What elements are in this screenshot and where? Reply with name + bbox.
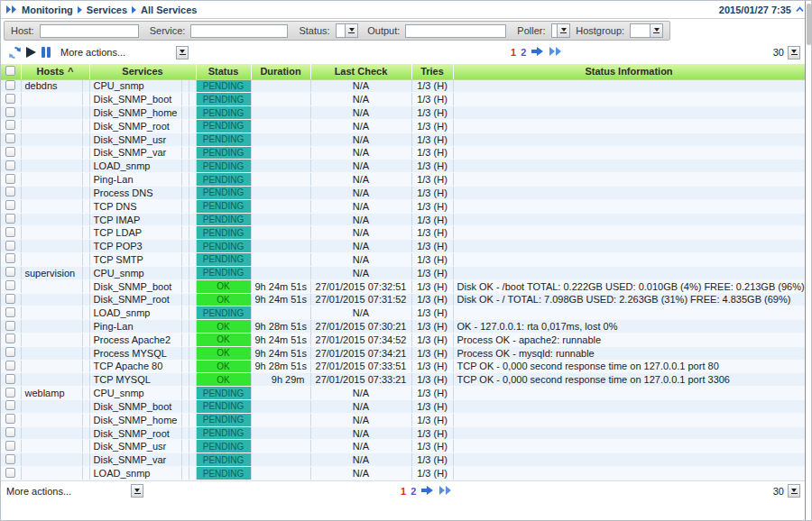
service-name-cell[interactable]: TCP DNS [89,199,181,213]
column-header-services[interactable]: Services [89,64,196,79]
row-checkbox[interactable] [5,267,15,277]
service-name-cell[interactable]: Disk_SNMP_root [89,119,181,133]
chevron-up-icon[interactable] [796,6,804,13]
row-checkbox[interactable] [5,160,15,170]
service-name-cell[interactable]: TCP Apache 80 [89,360,181,373]
scrollbar-thumb[interactable] [807,4,811,45]
output-filter-input[interactable] [405,24,506,38]
service-name-cell[interactable]: Disk_SNMP_boot [89,400,181,414]
column-header-last-check[interactable]: Last Check [310,64,411,79]
service-name-cell[interactable]: TCP POP3 [89,240,181,253]
service-name-cell[interactable]: Disk_SNMP_usr [89,440,181,453]
row-checkbox[interactable] [5,80,15,90]
service-name-cell[interactable]: Disk_SNMP_var [89,146,181,160]
more-actions-select[interactable]: More actions... [60,46,189,59]
row-checkbox[interactable] [5,94,15,104]
host-name-cell[interactable]: weblamp [21,387,82,400]
service-name-cell[interactable]: TCP LDAP [89,226,181,240]
row-checkbox[interactable] [5,120,15,130]
row-checkbox[interactable] [5,253,15,263]
column-header-status-information[interactable]: Status Information [453,64,805,79]
row-checkbox[interactable] [5,174,15,184]
page-size-select-top[interactable]: 30 [773,46,800,59]
host-name-cell [21,413,82,426]
row-checkbox[interactable] [5,454,15,464]
row-checkbox[interactable] [5,388,15,398]
row-checkbox[interactable] [5,133,15,143]
table-row: TCP SMTPPENDINGN/A1/3 (H) [1,253,805,267]
service-name-cell[interactable]: Disk_SNMP_home [89,106,181,120]
service-name-cell[interactable]: LOAD_snmp [89,306,181,320]
service-name-cell[interactable]: TCP IMAP [89,213,181,226]
row-checkbox[interactable] [5,374,15,384]
row-checkbox[interactable] [5,307,15,317]
breadcrumb-item-services[interactable]: Services [87,5,127,15]
service-name-cell[interactable]: Process MYSQL [89,346,181,360]
row-checkbox[interactable] [5,400,15,410]
row-checkbox[interactable] [5,280,15,290]
service-name-cell[interactable]: Process Apache2 [89,333,181,346]
column-header-duration[interactable]: Duration [251,64,310,79]
last-page-icon[interactable] [438,485,453,498]
refresh-icon[interactable] [8,46,22,59]
row-checkbox[interactable] [5,468,15,478]
row-checkbox[interactable] [5,227,15,237]
row-checkbox[interactable] [5,347,15,357]
service-name-cell[interactable]: Ping-Lan [89,173,181,187]
service-name-cell[interactable]: Ping-Lan [89,320,181,334]
vertical-scrollbar[interactable] [805,1,811,521]
service-name-cell[interactable]: Disk_SNMP_boot [89,279,181,293]
row-checkbox[interactable] [5,441,15,451]
more-actions-select-bottom[interactable]: More actions... [6,484,143,498]
service-name-cell[interactable]: Disk_SNMP_var [89,453,181,467]
host-filter-input[interactable] [40,24,139,38]
host-name-cell[interactable]: debdns [21,79,82,93]
row-checkbox[interactable] [5,414,15,424]
service-name-cell[interactable]: Disk_SNMP_boot [89,93,181,106]
service-name-cell[interactable]: CPU_snmp [89,387,181,400]
service-name-cell[interactable]: Disk_SNMP_usr [89,133,181,146]
select-all-checkbox[interactable] [1,64,21,79]
page-size-select-bottom[interactable]: 30 [773,484,800,498]
service-name-cell[interactable]: LOAD_snmp [89,160,181,173]
dropdown-arrow-icon [557,24,569,37]
table-row: Process MYSQLOK9h 24m 51s27/01/2015 07:3… [1,346,805,360]
row-checkbox[interactable] [5,107,15,117]
pause-icon[interactable] [41,46,51,59]
poller-filter-select[interactable] [551,23,571,38]
row-checkbox[interactable] [5,187,15,197]
service-name-cell[interactable]: Disk_SNMP_home [89,413,181,426]
row-checkbox[interactable] [5,321,15,331]
hostgroup-filter-select[interactable] [630,23,663,38]
service-filter-input[interactable] [190,24,288,38]
next-page-icon[interactable] [531,46,544,59]
last-page-icon[interactable] [549,46,563,59]
breadcrumb-item-all-services[interactable]: All Services [141,5,197,15]
page-number-link[interactable]: 2 [521,47,526,58]
row-checkbox[interactable] [5,200,15,210]
service-name-cell[interactable]: TCP MYSQL [89,373,181,387]
column-header-status[interactable]: Status [196,64,251,79]
column-header-hosts[interactable]: Hosts^ [21,64,89,79]
breadcrumb-item-monitoring[interactable]: Monitoring [22,5,73,15]
service-name-cell[interactable]: Disk_SNMP_root [89,293,181,306]
status-filter-select[interactable] [336,23,359,38]
service-name-cell[interactable]: Disk_SNMP_root [89,426,181,440]
service-name-cell[interactable]: CPU_snmp [89,266,181,279]
service-name-cell[interactable]: Process DNS [89,187,181,200]
column-header-tries[interactable]: Tries [411,64,453,79]
row-checkbox[interactable] [5,427,15,437]
next-page-icon[interactable] [420,485,434,498]
play-icon[interactable] [25,46,37,59]
row-checkbox[interactable] [5,361,15,370]
row-checkbox[interactable] [5,334,15,343]
service-name-cell[interactable]: TCP SMTP [89,253,181,267]
service-name-cell[interactable]: LOAD_snmp [89,467,181,480]
row-checkbox[interactable] [5,214,15,224]
host-name-cell[interactable]: supervision [21,266,82,279]
row-checkbox[interactable] [5,147,15,157]
row-checkbox[interactable] [5,241,15,251]
service-name-cell[interactable]: CPU_snmp [89,79,181,93]
page-number-link[interactable]: 2 [411,486,416,497]
row-checkbox[interactable] [5,294,15,304]
